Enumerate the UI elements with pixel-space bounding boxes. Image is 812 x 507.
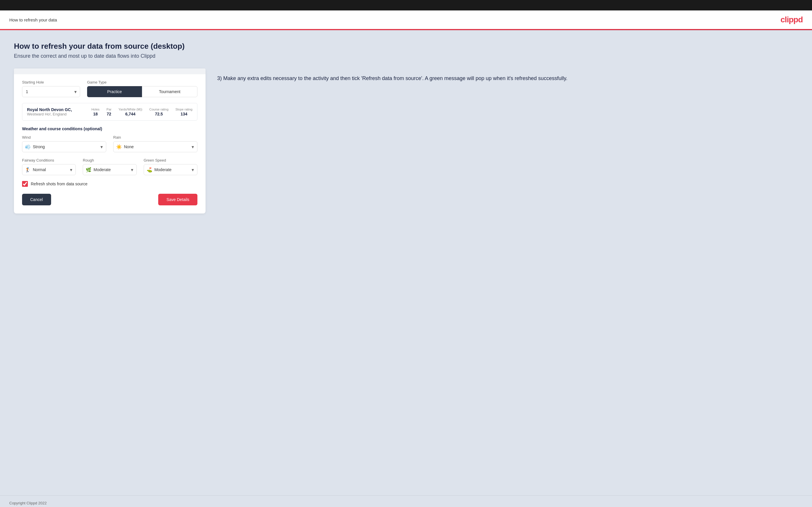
tournament-button[interactable]: Tournament	[142, 86, 197, 97]
game-type-label: Game Type	[87, 80, 197, 84]
form-card: Starting Hole 1 ▾ Game Type Practice Tou…	[14, 68, 206, 214]
fairway-label: Fairway Conditions	[22, 158, 76, 162]
course-row: Royal North Devon GC, Westward Ho!, Engl…	[22, 103, 197, 121]
slope-rating-label: Slope rating	[175, 108, 193, 111]
wind-select[interactable]: Strong	[22, 141, 106, 152]
holes-label: Holes	[92, 108, 100, 111]
wind-label: Wind	[22, 135, 106, 139]
stat-slope-rating: Slope rating 134	[175, 108, 193, 116]
practice-button[interactable]: Practice	[87, 86, 142, 97]
stat-holes: Holes 18	[92, 108, 100, 116]
form-row-conditions: Fairway Conditions 🏌️ Normal ▾ Rough 🌿	[22, 158, 197, 175]
fairway-select-wrapper: 🏌️ Normal ▾	[22, 164, 76, 175]
footer: Copyright Clippd 2022	[0, 495, 812, 507]
wind-icon: 💨	[25, 144, 31, 150]
page-heading: How to refresh your data from source (de…	[14, 42, 798, 51]
yards-label: Yards/White (M))	[118, 108, 142, 111]
button-row: Cancel Save Details	[22, 194, 197, 205]
holes-value: 18	[92, 112, 100, 116]
save-details-button[interactable]: Save Details	[158, 194, 197, 205]
fairway-group: Fairway Conditions 🏌️ Normal ▾	[22, 158, 76, 175]
green-speed-group: Green Speed ⛳ Moderate ▾	[144, 158, 197, 175]
course-info: Royal North Devon GC, Westward Ho!, Engl…	[27, 107, 72, 116]
sidebar-text: 3) Make any extra edits necessary to the…	[217, 68, 798, 83]
wind-group: Wind 💨 Strong ▾	[22, 135, 106, 152]
starting-hole-select[interactable]: 1	[22, 86, 80, 97]
rain-label: Rain	[113, 135, 197, 139]
starting-hole-group: Starting Hole 1 ▾	[22, 80, 80, 97]
course-rating-value: 72.5	[149, 112, 168, 116]
page-subheading: Ensure the correct and most up to date d…	[14, 53, 798, 59]
stat-course-rating: Course rating 72.5	[149, 108, 168, 116]
header-title: How to refresh your data	[9, 17, 57, 22]
header: How to refresh your data clippd	[0, 10, 812, 30]
logo: clippd	[781, 15, 803, 24]
course-name: Royal North Devon GC,	[27, 107, 72, 112]
rain-group: Rain ☀️ None ▾	[113, 135, 197, 152]
course-stats: Holes 18 Par 72 Yards/White (M)) 6,744 C…	[92, 108, 193, 116]
course-rating-label: Course rating	[149, 108, 168, 111]
starting-hole-select-wrapper: 1 ▾	[22, 86, 80, 97]
checkbox-row: Refresh shots from data source	[22, 181, 197, 187]
refresh-checkbox[interactable]	[22, 181, 28, 187]
rough-group: Rough 🌿 Moderate ▾	[83, 158, 137, 175]
content-area: Starting Hole 1 ▾ Game Type Practice Tou…	[14, 68, 798, 214]
green-speed-label: Green Speed	[144, 158, 197, 162]
card-top-strip	[14, 68, 206, 74]
form-row-weather: Wind 💨 Strong ▾ Rain ☀️ None	[22, 135, 197, 152]
rain-select[interactable]: None	[113, 141, 197, 152]
rough-label: Rough	[83, 158, 137, 162]
par-label: Par	[107, 108, 111, 111]
form-row-top: Starting Hole 1 ▾ Game Type Practice Tou…	[22, 80, 197, 97]
yards-value: 6,744	[118, 112, 142, 116]
top-bar	[0, 0, 812, 10]
weather-section-title: Weather and course conditions (optional)	[22, 126, 197, 131]
rain-icon: ☀️	[116, 144, 122, 150]
rough-select-wrapper: 🌿 Moderate ▾	[83, 164, 137, 175]
rough-icon: 🌿	[86, 167, 92, 173]
fairway-icon: 🏌️	[25, 167, 31, 173]
main-content: How to refresh your data from source (de…	[0, 30, 812, 495]
game-type-group: Game Type Practice Tournament	[87, 80, 197, 97]
course-location: Westward Ho!, England	[27, 112, 72, 116]
green-speed-icon: ⛳	[147, 167, 152, 173]
stat-yards: Yards/White (M)) 6,744	[118, 108, 142, 116]
refresh-checkbox-label: Refresh shots from data source	[31, 181, 87, 186]
slope-rating-value: 134	[175, 112, 193, 116]
game-type-buttons: Practice Tournament	[87, 86, 197, 97]
starting-hole-label: Starting Hole	[22, 80, 80, 84]
cancel-button[interactable]: Cancel	[22, 194, 51, 205]
stat-par: Par 72	[107, 108, 111, 116]
rain-select-wrapper: ☀️ None ▾	[113, 141, 197, 152]
par-value: 72	[107, 112, 111, 116]
footer-copyright: Copyright Clippd 2022	[9, 501, 47, 505]
green-speed-select-wrapper: ⛳ Moderate ▾	[144, 164, 197, 175]
wind-select-wrapper: 💨 Strong ▾	[22, 141, 106, 152]
sidebar-description: 3) Make any extra edits necessary to the…	[217, 74, 798, 83]
